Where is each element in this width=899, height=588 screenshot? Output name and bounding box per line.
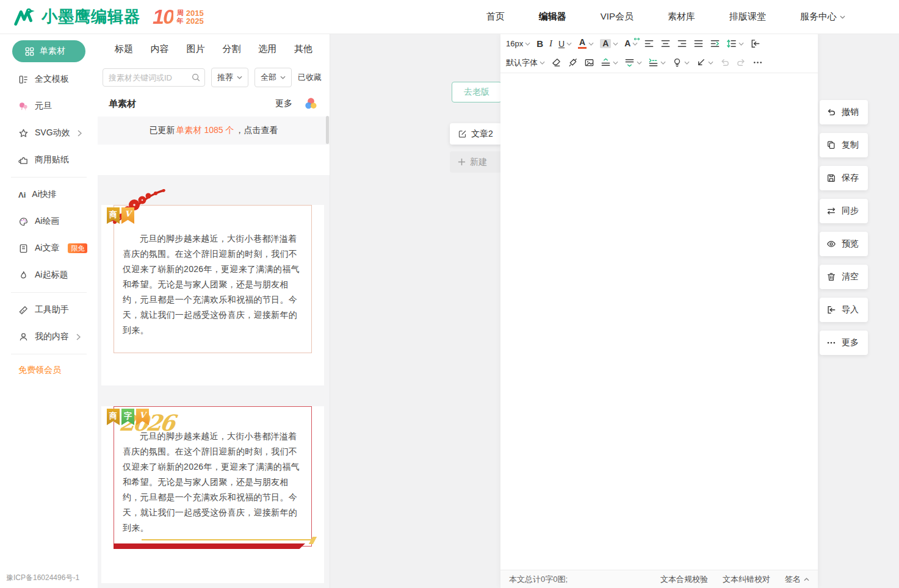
highlight-lamp-button[interactable] xyxy=(672,57,690,68)
sidebar-item-stickers[interactable]: 商用贴纸 xyxy=(0,146,98,173)
go-old-version-button[interactable]: 去老版 xyxy=(452,82,502,102)
font-size-select[interactable]: 16px xyxy=(506,39,530,48)
sync-action-button[interactable]: 同步 xyxy=(820,199,868,223)
sidebar-item-ai-title[interactable]: Ai起标题 xyxy=(0,262,98,289)
align-left-icon xyxy=(644,38,654,49)
editor-content-area[interactable] xyxy=(500,73,818,570)
save-action-button[interactable]: 保存 xyxy=(820,166,868,190)
tab-image[interactable]: 图片 xyxy=(187,43,205,55)
tab-select[interactable]: 选用 xyxy=(258,43,276,55)
space-after-paragraph-button[interactable] xyxy=(624,57,642,68)
card-badges: 商 字 V xyxy=(107,409,149,425)
more-link[interactable]: 更多 xyxy=(275,98,292,109)
sort-select[interactable]: 推荐 xyxy=(211,68,248,87)
align-left-button[interactable] xyxy=(644,38,654,49)
sidebar-item-label: SVG动效 xyxy=(35,127,70,138)
more-dots-icon xyxy=(753,57,763,68)
app-root: 小墨鹰编辑器 10 周 2015 年 2025 首页 编辑器 VIP会员 素材库… xyxy=(0,0,899,588)
search-box xyxy=(103,68,205,87)
bold-button[interactable]: B xyxy=(536,38,543,49)
new-document-tab[interactable]: 新建 xyxy=(450,151,502,173)
line-height-icon xyxy=(726,38,737,49)
underline-button[interactable]: U xyxy=(558,39,572,49)
material-panel: 标题 内容 图片 分割 选用 其他 推荐 全部 已收藏 xyxy=(98,34,330,588)
font-color-button[interactable]: A xyxy=(578,38,594,49)
more-action-button[interactable]: 更多 xyxy=(820,331,868,355)
letter-spacing-button[interactable]: A xyxy=(624,40,638,48)
toolbar-more-button[interactable] xyxy=(753,57,763,68)
sidebar-item-new-year[interactable]: 元旦 xyxy=(0,93,98,120)
chevron-down-icon xyxy=(613,42,618,46)
scope-select[interactable]: 全部 xyxy=(255,68,292,87)
logo[interactable]: 小墨鹰编辑器 xyxy=(13,6,140,27)
tab-content[interactable]: 内容 xyxy=(151,43,169,55)
align-justify-button[interactable] xyxy=(693,38,704,49)
undo-button[interactable] xyxy=(720,57,730,68)
underline-glyph: U xyxy=(558,39,565,49)
clear-format-button[interactable] xyxy=(551,57,561,68)
redo-button[interactable] xyxy=(736,57,746,68)
trash-icon xyxy=(826,272,836,282)
material-scrollbar-thumb[interactable] xyxy=(326,116,329,144)
sidebar-item-full-template[interactable]: 全文模板 xyxy=(0,66,98,93)
editor-action-panel: 撤销 复制 保存 同步 预览 xyxy=(820,100,868,355)
nav-service[interactable]: 服务中心 xyxy=(800,11,845,23)
line-height-button[interactable] xyxy=(726,38,744,49)
sidebar-item-svg-effect[interactable]: SVG动效 xyxy=(0,120,98,146)
favorited-link[interactable]: 已收藏 xyxy=(298,72,322,83)
nav-home[interactable]: 首页 xyxy=(486,11,505,23)
indent-button[interactable] xyxy=(710,38,720,49)
first-line-indent-icon xyxy=(648,57,659,68)
search-icon[interactable] xyxy=(191,73,201,82)
material-card-plum[interactable]: 商 V 元旦的脚步越来越近，大街小巷都洋溢着喜庆的氛围。在这个辞旧迎新的时刻，我… xyxy=(101,205,324,385)
space-before-paragraph-button[interactable] xyxy=(601,57,618,68)
person-icon xyxy=(18,332,29,342)
page-margin-button[interactable] xyxy=(750,38,760,49)
save-icon xyxy=(826,173,836,183)
corner-arrow-button[interactable] xyxy=(696,57,713,68)
chevron-right-icon xyxy=(76,334,81,340)
align-center-button[interactable] xyxy=(660,38,671,49)
nav-vip[interactable]: VIP会员 xyxy=(601,11,634,23)
preview-action-button[interactable]: 预览 xyxy=(820,232,868,256)
sidebar-item-ai-article[interactable]: Ai文章 限免 xyxy=(0,235,98,262)
tab-title[interactable]: 标题 xyxy=(115,43,133,55)
undo-action-button[interactable]: 撤销 xyxy=(820,100,868,124)
sidebar-item-my-content[interactable]: 我的内容 xyxy=(0,323,98,350)
action-label: 同步 xyxy=(842,206,859,217)
document-tab[interactable]: 文章2 xyxy=(450,123,502,145)
signature-toggle[interactable]: 签名 xyxy=(785,574,809,585)
background-color-button[interactable]: A xyxy=(600,39,618,48)
search-input[interactable] xyxy=(103,68,205,87)
sidebar-item-ai-quick[interactable]: Λi Ai快排 xyxy=(0,181,98,208)
font-family-select[interactable]: 默认字体 xyxy=(506,57,545,68)
nav-service-label: 服务中心 xyxy=(800,11,837,23)
insert-image-button[interactable] xyxy=(584,57,594,68)
update-notice[interactable]: 已更新 单素材 1085 个 ，点击查看 xyxy=(98,117,330,145)
proofread-link[interactable]: 文本纠错校对 xyxy=(723,574,770,585)
color-filter-icon[interactable] xyxy=(303,97,319,110)
tab-divider[interactable]: 分割 xyxy=(222,43,240,55)
italic-button[interactable]: I xyxy=(549,38,552,49)
sidebar-item-ai-paint[interactable]: Ai绘画 xyxy=(0,208,98,235)
card-badges: 商 V xyxy=(107,207,134,224)
nav-library[interactable]: 素材库 xyxy=(668,11,695,23)
material-card-2026[interactable]: 商 字 V 2026 元旦的脚步越来越近，大街小巷都洋溢着喜庆的氛围。在这个辞旧… xyxy=(101,406,324,583)
nav-editor[interactable]: 编辑器 xyxy=(539,11,566,23)
clear-action-button[interactable]: 清空 xyxy=(820,265,868,289)
first-line-indent-button[interactable] xyxy=(648,57,666,68)
import-action-button[interactable]: 导入 xyxy=(820,298,868,322)
sidebar-item-label: 工具助手 xyxy=(35,304,69,315)
sidebar-item-single-material[interactable]: 单素材 xyxy=(12,40,85,62)
chevron-down-icon xyxy=(280,76,286,79)
compliance-check-link[interactable]: 文本合规校验 xyxy=(660,574,708,585)
sidebar-item-tools[interactable]: 工具助手 xyxy=(0,296,98,323)
copy-action-button[interactable]: 复制 xyxy=(820,133,868,157)
align-right-button[interactable] xyxy=(677,38,687,49)
nav-course[interactable]: 排版课堂 xyxy=(729,11,766,23)
sync-arrows-icon xyxy=(826,206,836,216)
free-vip-link[interactable]: 免费领会员 xyxy=(0,358,98,382)
format-painter-button[interactable] xyxy=(568,57,578,68)
tab-other[interactable]: 其他 xyxy=(294,43,312,55)
puzzle-icon xyxy=(18,155,29,165)
